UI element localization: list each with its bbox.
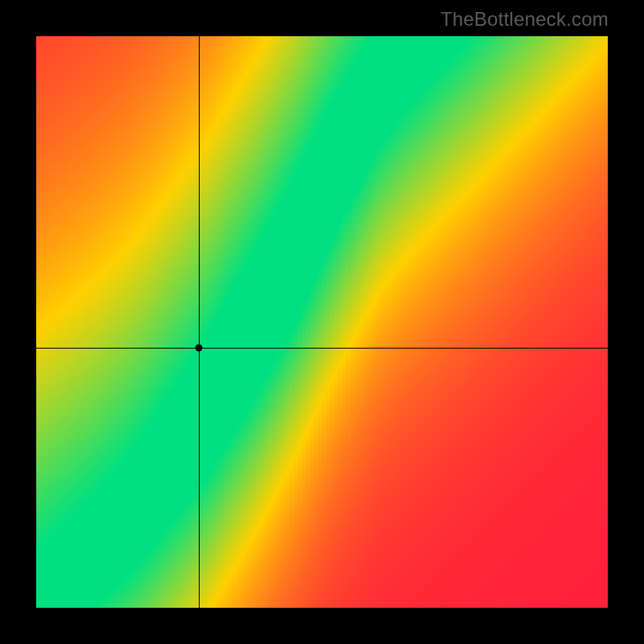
- heatmap-canvas: [36, 36, 608, 608]
- watermark-text: TheBottleneck.com: [440, 8, 609, 31]
- plot-area: [36, 36, 608, 608]
- chart-frame: TheBottleneck.com: [0, 0, 644, 644]
